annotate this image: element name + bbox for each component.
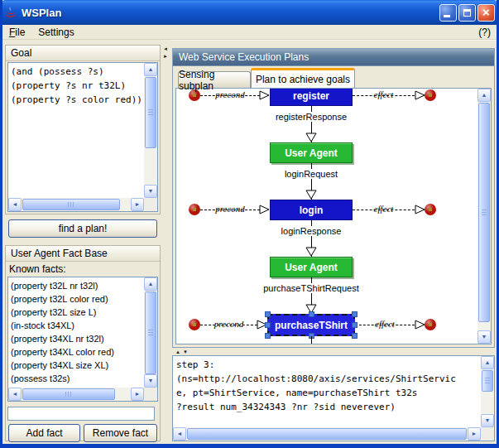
maximize-button[interactable] <box>458 4 476 22</box>
scroll-up-button[interactable] <box>144 63 157 76</box>
tab-plan-to-achieve-goals[interactable]: Plan to achieve goals <box>251 68 355 88</box>
plan-node-login[interactable]: login <box>270 200 353 220</box>
close-button[interactable] <box>477 4 495 22</box>
scroll-down-button[interactable] <box>481 414 494 427</box>
selection-handle[interactable] <box>352 311 357 317</box>
plan-diagram[interactable]: precondeffectregisterregisterResponseUse… <box>176 89 477 344</box>
vertical-scrollbar-thumb[interactable] <box>145 291 156 374</box>
horizontal-scrollbar-thumb[interactable] <box>187 428 467 440</box>
output-vertical-scrollbar[interactable] <box>481 356 494 427</box>
fact-list-item[interactable]: (property t32L color red) <box>8 292 144 306</box>
plan-node-register[interactable]: register <box>270 89 353 106</box>
selection-handle[interactable] <box>309 311 314 317</box>
node-label: purchaseTShirt <box>275 320 348 331</box>
effect-token-icon <box>425 204 436 215</box>
scroll-right-button[interactable] <box>468 427 481 441</box>
fact-base-panel-title: User Agent Fact Base <box>11 248 108 259</box>
goal-line: (property ?s color red)) <box>11 93 142 107</box>
scroll-up-button[interactable] <box>481 356 494 369</box>
plan-diagram-viewport: precondeffectregisterregisterResponseUse… <box>175 88 492 344</box>
fact-list-item[interactable]: (property t32L size L) <box>8 306 144 319</box>
minimize-button[interactable] <box>439 4 457 22</box>
new-fact-input[interactable] <box>7 407 155 421</box>
output-line: e, pt=ShirtService, name=purchaseTShirt … <box>176 386 477 400</box>
node-label: register <box>293 90 329 102</box>
goal-panel-header: Goal <box>6 46 160 61</box>
menu-file[interactable]: File <box>2 26 31 39</box>
scroll-left-button[interactable] <box>173 427 186 441</box>
fact-list-item[interactable]: (in-stock t34XL) <box>8 319 144 332</box>
scrollbar-corner <box>144 388 157 401</box>
menu-settings[interactable]: Settings <box>31 26 80 39</box>
output-horizontal-scrollbar[interactable] <box>173 427 481 441</box>
horizontal-scrollbar-thumb[interactable] <box>22 199 120 210</box>
plan-node-user-agent[interactable]: User Agent <box>270 142 353 163</box>
find-plan-button[interactable]: find a plan! <box>8 219 157 238</box>
selection-handle[interactable] <box>352 333 357 339</box>
fact-list-item[interactable]: (property t32L nr t32l) <box>8 279 144 292</box>
message-label: loginResponse <box>279 226 344 236</box>
known-facts-list[interactable]: (property t32L nr t32l)(property t32L co… <box>8 277 144 385</box>
flow-arrowhead-icon <box>259 205 270 214</box>
effect-label: effect <box>374 89 394 99</box>
flow-arrowhead-icon <box>259 90 270 100</box>
goal-vertical-scrollbar[interactable] <box>144 63 157 198</box>
diagram-vertical-scrollbar[interactable] <box>477 89 491 344</box>
facts-horizontal-scrollbar[interactable] <box>8 388 144 401</box>
add-fact-button[interactable]: Add fact <box>8 424 80 442</box>
scroll-left-button[interactable] <box>8 388 22 401</box>
plan-node-purchasetshirt[interactable]: purchaseTShirt <box>267 314 355 336</box>
precondition-token-icon <box>189 204 200 215</box>
plans-internal-frame: Web Service Execution Plans Sensing subp… <box>172 48 495 348</box>
plans-frame-titlebar[interactable]: Web Service Execution Plans <box>173 49 494 66</box>
goal-horizontal-scrollbar[interactable] <box>8 198 144 211</box>
collapse-up-icon[interactable] <box>175 349 180 354</box>
scroll-left-button[interactable] <box>8 198 22 211</box>
scroll-up-button[interactable] <box>144 277 157 291</box>
tab-sensing-subplan[interactable]: Sensing subplan <box>178 71 251 88</box>
collapse-right-icon[interactable] <box>163 54 168 59</box>
scroll-up-button[interactable] <box>477 89 491 102</box>
fact-list-item[interactable]: (property t34XL nr t32l) <box>8 332 144 345</box>
message-connector: purchaseTShirtRequest <box>176 277 477 314</box>
fact-base-panel: User Agent Fact Base Known facts: (prope… <box>5 245 161 441</box>
flow-arrowhead-icon <box>415 320 425 330</box>
plan-node-user-agent[interactable]: User Agent <box>270 257 353 277</box>
plan-step-output[interactable]: step 3:(ns=http://localhost:8080/axis/se… <box>173 356 481 416</box>
vertical-scrollbar-thumb[interactable] <box>482 370 493 392</box>
goal-line: (property ?s nr t32L) <box>11 79 142 93</box>
help-indicator[interactable]: (?) <box>478 26 497 38</box>
fact-list-item[interactable]: (possess t32s) <box>8 372 144 385</box>
precondition-token-icon <box>189 319 200 330</box>
vertical-scrollbar-thumb[interactable] <box>145 77 156 148</box>
horizontal-splitter[interactable] <box>172 349 495 355</box>
selection-handle[interactable] <box>265 333 271 339</box>
scroll-down-button[interactable] <box>144 185 157 198</box>
vertical-scrollbar-thumb[interactable] <box>478 103 490 322</box>
minimize-icon <box>444 15 450 17</box>
vertical-splitter[interactable] <box>161 40 170 444</box>
collapse-down-icon[interactable] <box>183 349 188 354</box>
remove-fact-button[interactable]: Remove fact <box>84 424 157 442</box>
java-icon <box>4 6 17 19</box>
scroll-right-button[interactable] <box>131 198 144 211</box>
selection-handle[interactable] <box>265 311 271 317</box>
known-facts-label: Known facts: <box>6 263 160 276</box>
effect-token-icon <box>425 319 436 330</box>
facts-vertical-scrollbar[interactable] <box>144 277 157 388</box>
fact-list-item[interactable]: (property t34XL size XL) <box>8 359 144 372</box>
selection-handle[interactable] <box>265 322 271 328</box>
goal-textarea[interactable]: (and (possess ?s)(property ?s nr t32L)(p… <box>8 63 144 108</box>
scroll-down-button[interactable] <box>477 330 491 344</box>
scroll-down-button[interactable] <box>144 374 157 388</box>
node-label: User Agent <box>285 147 338 159</box>
scroll-right-button[interactable] <box>131 388 144 401</box>
selection-handle[interactable] <box>352 322 357 328</box>
collapse-left-icon[interactable] <box>163 46 168 51</box>
horizontal-scrollbar-thumb[interactable] <box>22 388 115 400</box>
fact-list-item[interactable]: (property t34XL color red) <box>8 345 144 359</box>
message-connector: loginResponse <box>176 220 477 257</box>
message-arrowhead-icon <box>305 190 317 200</box>
precond-label: precond <box>214 319 244 329</box>
titlebar[interactable]: WSPlan <box>0 0 499 25</box>
